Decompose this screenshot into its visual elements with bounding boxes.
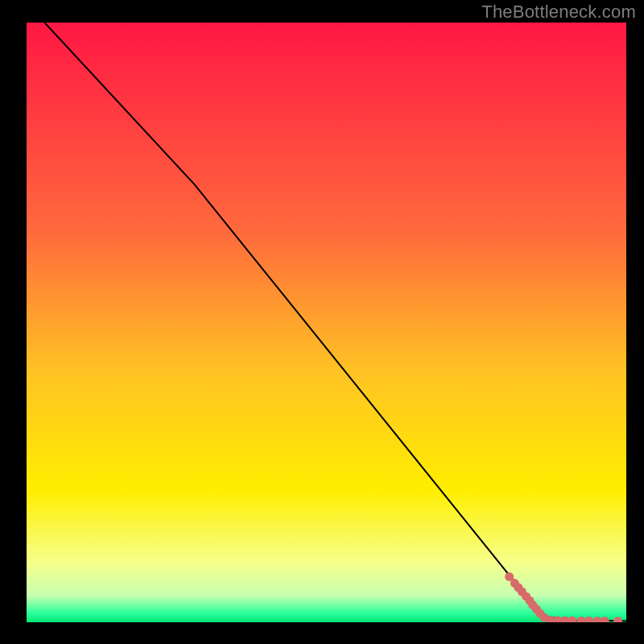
plot-area xyxy=(27,23,626,622)
chart-svg xyxy=(27,23,626,622)
gradient-background xyxy=(27,23,626,622)
watermark-label: TheBottleneck.com xyxy=(481,2,636,23)
chart-frame: TheBottleneck.com xyxy=(0,0,644,644)
